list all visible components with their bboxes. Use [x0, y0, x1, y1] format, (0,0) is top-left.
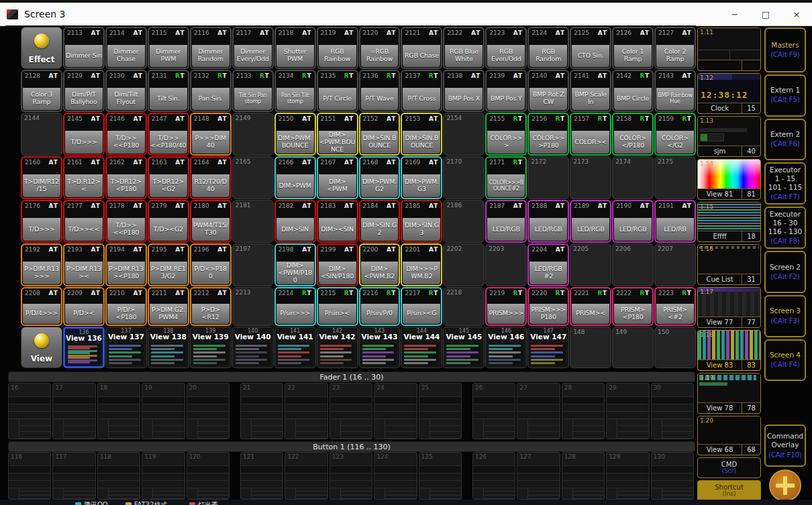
effect-pool-cell-2120[interactable]: 2120AT=RGB Rainbow — [359, 27, 401, 69]
effect-pool-cell-2204[interactable]: 2204ATLED/RGB #2 — [527, 243, 569, 286]
fader-cell-23[interactable]: 23 — [329, 383, 372, 439]
effect-pool-cell-2141[interactable]: 2141ATBMP Scale In — [570, 70, 611, 112]
effect-pool-cell-2126[interactable]: 2126ATColor 1 Ramp — [612, 27, 654, 69]
effect-pool-cell-2222[interactable]: 2222RTPRISM><P180 — [612, 287, 654, 326]
effect-pool-cell-2129[interactable]: 2129ATDim/P/T Ballyhoo — [63, 70, 105, 112]
effect-pool-cell-2115[interactable]: 2115ATDimmer PWM — [148, 27, 189, 69]
effect-pool-cell-2186[interactable]: 2186 — [443, 200, 485, 243]
effect-pool-cell-2221[interactable]: 2221RTPRISM>< — [570, 287, 611, 326]
fader-cell-20[interactable]: 20 — [187, 383, 230, 439]
sidebar-button-screen-3[interactable]: Screen 3(CAlt F3) — [764, 295, 806, 337]
effect-pool-cell-2194[interactable]: 2194ATP>DIM.R13><P180 — [105, 243, 147, 286]
effect-pool-cell-2150[interactable]: 2150ATDIM>PWM.BOUNCE — [274, 113, 316, 156]
effect-pool-cell-2163[interactable]: 2163ATT>DR12><G2 — [148, 156, 189, 199]
view-pool-cell-137[interactable]: 137View 137 — [105, 327, 147, 368]
view-pool-cell-148[interactable]: 148 — [570, 327, 611, 368]
effect-pool-cell-2185[interactable]: 2185ATDIM>SIN.G3 — [401, 200, 442, 243]
sidebar-view-1.17[interactable]: 1.17View 7777 — [697, 287, 761, 328]
cmd-button[interactable]: CMD(Scr) — [697, 457, 761, 478]
effect-pool-cell-2119[interactable]: 2119ATRGB Rainbow — [317, 27, 358, 69]
effect-pool-cell-2140[interactable]: 2140ATBMP Rot Z CW — [527, 70, 569, 112]
fader-cell-24[interactable]: 24 — [374, 383, 417, 439]
effect-pool-cell-2195[interactable]: 2195ATP>DIM.RE13/G2 — [148, 243, 189, 286]
effect-pool-cell-2133[interactable]: 2133RTTilt Sin Pan stomp — [232, 70, 274, 112]
view-pool-cell-146[interactable]: 146View 146 — [485, 327, 527, 368]
sidebar-button-command-overlay[interactable]: CommandOverlay(CAlt F10) — [764, 425, 806, 467]
effect-pool-cell-2118[interactable]: 2118ATShutter PWM — [274, 27, 316, 69]
effect-pool-cell-2148[interactable]: 2148ATP>>>DIM 40 — [190, 113, 232, 156]
effect-pool-cell-2183[interactable]: 2183ATDIM><SIN — [317, 200, 358, 243]
fader-cell-25[interactable]: 25 — [419, 383, 462, 439]
effect-pool-cell-2170[interactable]: 2170 — [443, 156, 485, 199]
effect-pool-cell-2172[interactable]: 2172 — [527, 156, 569, 199]
button-cell-119[interactable]: 119 — [142, 452, 185, 500]
effect-pool-cell-2116[interactable]: 2116ATDimmer Random — [190, 27, 232, 69]
taskbar-item[interactable]: FAT32格式.. — [125, 500, 172, 505]
effect-pool-cell-2180[interactable]: 2180ATPWM4/T15/T30 — [190, 200, 232, 243]
effect-pool-cell-2200[interactable]: 2200ATDIM><PWM.B2 — [359, 243, 401, 286]
effect-pool-cell-2123[interactable]: 2123ATRGB Even/Odd — [485, 27, 527, 69]
sidebar-view-1.18[interactable]: 1.18View 8383 — [697, 330, 761, 371]
button-cell-116[interactable]: 116 — [8, 452, 51, 500]
button-cell-123[interactable]: 123 — [329, 452, 372, 500]
fader-cell-27[interactable]: 27 — [517, 383, 560, 439]
view-pool-cell-144[interactable]: 144View 144 — [401, 327, 442, 368]
effect-pool-cell-2187[interactable]: 2187ATLED/RGB — [485, 200, 527, 243]
fader-cell-19[interactable]: 19 — [142, 383, 185, 439]
button-cell-126[interactable]: 126 — [472, 452, 515, 500]
effect-pool-cell-2144[interactable]: 2144 — [21, 113, 62, 156]
effect-pool-cell-2147[interactable]: 2147ATT/D>><<P180/40 — [148, 113, 189, 156]
effect-pool-cell-2114[interactable]: 2114ATDimmer Chase — [105, 27, 147, 69]
sidebar-view-1.20[interactable]: 1.20View 6868 — [697, 416, 761, 455]
effect-pool-cell-2124[interactable]: 2124ATRGB Random — [527, 27, 569, 69]
effect-pool-cell-2152[interactable]: 2152ATDIM>SIN.BOUNCE — [359, 113, 401, 156]
view-pool-cell-143[interactable]: 143View 143 — [359, 327, 401, 368]
effect-pool-cell-2149[interactable]: 2149 — [232, 113, 274, 156]
effect-pool-cell-2156[interactable]: 2156RTCOLOR>>>P180 — [527, 113, 569, 156]
effect-pool-cell-2167[interactable]: 2167ATDIM><PWM — [317, 156, 358, 199]
sidebar-button-executor-16-30[interactable]: Executor16 - 30116 - 130(CAlt F8) — [764, 207, 806, 249]
effect-pool-cell-2146[interactable]: 2146ATT/D>><<P180 — [105, 113, 147, 156]
sidebar-view-1.13[interactable]: 1.13sjm40 — [697, 116, 761, 157]
effect-pool-cell-2218[interactable]: 2218 — [443, 287, 485, 326]
view-pool-cell-150[interactable]: 150 — [654, 327, 696, 368]
view-pool-cell-140[interactable]: 140View 140 — [232, 327, 274, 368]
button-section-titlebar[interactable]: Button 1 (116 .. 130) — [8, 441, 695, 452]
effect-pool-cell-2199[interactable]: 2199ATDIM><SIN/P180 — [317, 243, 358, 286]
sidebar-button-extern-1[interactable]: Extern 1(CAlt F5) — [764, 74, 806, 117]
fader-cell-29[interactable]: 29 — [606, 383, 649, 439]
view-pool-cell-136[interactable]: 136View 136 — [63, 327, 105, 368]
view-pool-cell-139[interactable]: 139View 139 — [190, 327, 232, 368]
effect-pool-cell-2158[interactable]: 2158RTCOLOR></P180 — [612, 113, 654, 156]
effect-pool-cell-2206[interactable]: 2206 — [612, 243, 654, 286]
effect-pool-cell-2216[interactable]: 2216RTP/sin/P/0 — [359, 287, 401, 326]
view-pool-cell-145[interactable]: 145View 145 — [443, 327, 485, 368]
effect-pool-cell-2193[interactable]: 2193ATP>DIM.R13>< — [63, 243, 105, 286]
fader-cell-28[interactable]: 28 — [562, 383, 605, 439]
sidebar-button-executor-1-15[interactable]: Executor1 - 15101 - 115(CAlt F7) — [764, 162, 806, 205]
fader-section-titlebar[interactable]: Fader 1 (16 .. 30) — [8, 372, 695, 382]
effect-pool-cell-2139[interactable]: 2139ATBMP Pos Y — [485, 70, 527, 112]
effect-pool-cell-2196[interactable]: 2196ATP/D<>P180 — [190, 243, 232, 286]
effect-pool-cell-2191[interactable]: 2191ATLED/RB — [654, 200, 696, 243]
effect-pool-cell-2219[interactable]: 2219RTPRISM>>> — [485, 287, 527, 326]
button-cell-125[interactable]: 125 — [419, 452, 462, 500]
effect-pool-cell-2138[interactable]: 2138ATBMP Pos X — [443, 70, 485, 112]
sidebar-view-1.14[interactable]: 1.14View 8181 — [697, 159, 761, 200]
effect-pool-cell-2214[interactable]: 2214RTP/sin>>> — [274, 287, 316, 326]
effect-pool-cell-2190[interactable]: 2190ATLED/RGB — [612, 200, 654, 243]
effect-pool-cell-2113[interactable]: 2113ATDimmer Sin — [63, 27, 105, 69]
effect-pool-cell-2125[interactable]: 2125ATCTO Sin. — [570, 27, 611, 69]
effect-pool-cell-2121[interactable]: 2121ATRGB Chase — [401, 27, 442, 69]
fader-cell-22[interactable]: 22 — [285, 383, 327, 439]
effect-pool-cell-2197[interactable]: 2197 — [232, 243, 274, 286]
effect-pool-cell-2137[interactable]: 2137RTP/T Cross — [401, 70, 442, 112]
sidebar-button-screen-2[interactable]: Screen 2(CAlt F2) — [764, 251, 806, 293]
window-titlebar[interactable]: Screen 3 − □ × — [0, 3, 812, 26]
effect-pool-cell-2181[interactable]: 2181 — [232, 200, 274, 243]
fader-cell-30[interactable]: 30 — [651, 383, 694, 439]
effect-pool-cell-2203[interactable]: 2203 — [485, 243, 527, 286]
effect-pool-cell-2162[interactable]: 2162ATT>DR12><P180 — [105, 156, 147, 199]
sidebar-view-1.19[interactable]: 1.19View 7878 — [697, 373, 761, 414]
sidebar-view-1.15[interactable]: 1.15Effff18 — [697, 202, 761, 243]
